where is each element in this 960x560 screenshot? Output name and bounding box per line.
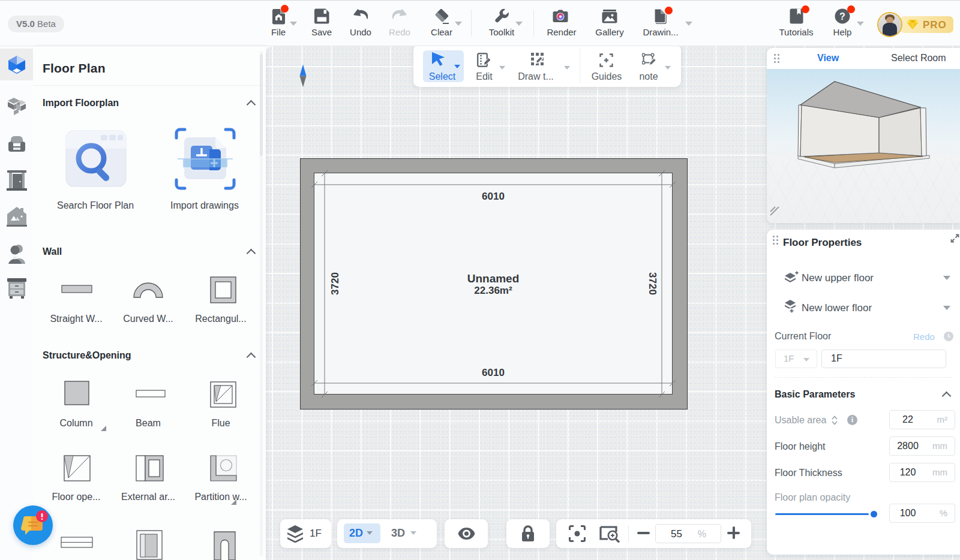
svg-text:3720: 3720 [647, 272, 658, 295]
svg-text:3720: 3720 [329, 272, 341, 295]
svg-text:22.36m²: 22.36m² [474, 285, 512, 296]
svg-text:6010: 6010 [482, 191, 505, 202]
svg-text:?: ? [839, 11, 845, 22]
svg-text:6010: 6010 [482, 367, 505, 378]
svg-text:Unnamed: Unnamed [467, 272, 520, 285]
